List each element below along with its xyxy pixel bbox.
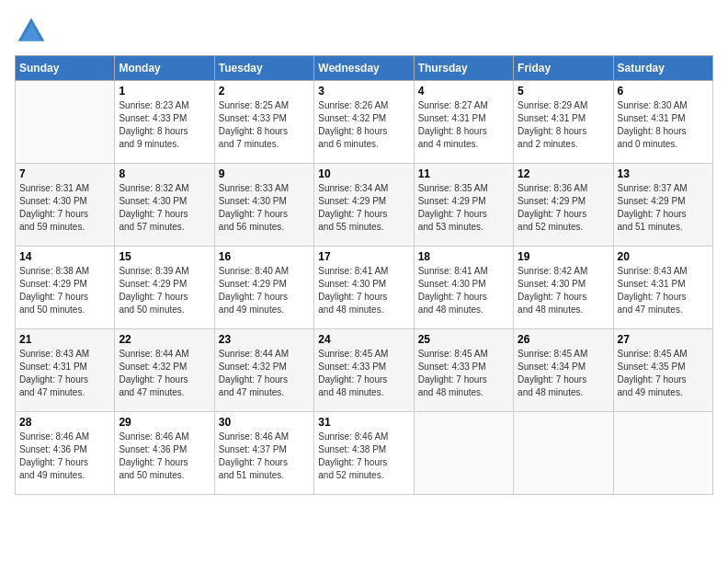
day-number: 21 bbox=[19, 333, 110, 346]
day-number: 17 bbox=[318, 250, 409, 263]
day-cell: 18Sunrise: 8:41 AM Sunset: 4:30 PM Dayli… bbox=[414, 247, 513, 329]
day-cell bbox=[414, 412, 513, 495]
day-info: Sunrise: 8:45 AM Sunset: 4:33 PM Dayligh… bbox=[318, 348, 409, 399]
day-info: Sunrise: 8:30 AM Sunset: 4:31 PM Dayligh… bbox=[618, 99, 709, 151]
day-number: 18 bbox=[418, 250, 509, 263]
day-info: Sunrise: 8:25 AM Sunset: 4:33 PM Dayligh… bbox=[219, 99, 310, 151]
day-cell bbox=[514, 412, 613, 495]
week-row: 28Sunrise: 8:46 AM Sunset: 4:36 PM Dayli… bbox=[16, 412, 713, 495]
day-info: Sunrise: 8:44 AM Sunset: 4:32 PM Dayligh… bbox=[219, 348, 310, 399]
day-info: Sunrise: 8:26 AM Sunset: 4:32 PM Dayligh… bbox=[318, 99, 409, 151]
day-number: 15 bbox=[119, 250, 210, 263]
day-number: 14 bbox=[19, 250, 110, 263]
day-number: 7 bbox=[19, 167, 110, 180]
header-row: SundayMondayTuesdayWednesdayThursdayFrid… bbox=[16, 56, 713, 81]
day-number: 24 bbox=[318, 333, 409, 346]
calendar-table: SundayMondayTuesdayWednesdayThursdayFrid… bbox=[15, 55, 713, 495]
day-number: 28 bbox=[19, 416, 110, 429]
day-info: Sunrise: 8:46 AM Sunset: 4:36 PM Dayligh… bbox=[19, 431, 110, 482]
day-info: Sunrise: 8:42 AM Sunset: 4:30 PM Dayligh… bbox=[518, 265, 609, 316]
day-info: Sunrise: 8:32 AM Sunset: 4:30 PM Dayligh… bbox=[119, 182, 210, 234]
day-cell: 2Sunrise: 8:25 AM Sunset: 4:33 PM Daylig… bbox=[214, 81, 313, 164]
day-info: Sunrise: 8:41 AM Sunset: 4:30 PM Dayligh… bbox=[318, 265, 409, 316]
day-info: Sunrise: 8:43 AM Sunset: 4:31 PM Dayligh… bbox=[618, 265, 709, 316]
day-number: 22 bbox=[119, 333, 210, 346]
day-number: 5 bbox=[518, 85, 609, 98]
day-number: 16 bbox=[219, 250, 310, 263]
day-cell: 13Sunrise: 8:37 AM Sunset: 4:29 PM Dayli… bbox=[613, 164, 712, 247]
day-cell: 19Sunrise: 8:42 AM Sunset: 4:30 PM Dayli… bbox=[514, 247, 613, 329]
day-info: Sunrise: 8:38 AM Sunset: 4:29 PM Dayligh… bbox=[19, 265, 110, 316]
day-number: 3 bbox=[318, 85, 409, 98]
day-info: Sunrise: 8:27 AM Sunset: 4:31 PM Dayligh… bbox=[418, 99, 509, 151]
header-day: Friday bbox=[514, 56, 613, 81]
header-day: Sunday bbox=[16, 56, 115, 81]
day-cell: 3Sunrise: 8:26 AM Sunset: 4:32 PM Daylig… bbox=[314, 81, 414, 164]
day-number: 12 bbox=[518, 167, 609, 180]
day-number: 25 bbox=[418, 333, 509, 346]
header-day: Monday bbox=[115, 56, 214, 81]
day-info: Sunrise: 8:37 AM Sunset: 4:29 PM Dayligh… bbox=[618, 182, 709, 234]
page-header bbox=[15, 15, 713, 48]
week-row: 7Sunrise: 8:31 AM Sunset: 4:30 PM Daylig… bbox=[16, 164, 713, 247]
day-number: 27 bbox=[618, 333, 709, 346]
day-cell bbox=[16, 81, 115, 164]
day-info: Sunrise: 8:43 AM Sunset: 4:31 PM Dayligh… bbox=[19, 348, 110, 399]
day-cell: 5Sunrise: 8:29 AM Sunset: 4:31 PM Daylig… bbox=[514, 81, 613, 164]
day-number: 8 bbox=[119, 167, 210, 180]
day-cell: 8Sunrise: 8:32 AM Sunset: 4:30 PM Daylig… bbox=[115, 164, 214, 247]
day-number: 6 bbox=[618, 85, 709, 98]
week-row: 1Sunrise: 8:23 AM Sunset: 4:33 PM Daylig… bbox=[16, 81, 713, 164]
day-info: Sunrise: 8:36 AM Sunset: 4:29 PM Dayligh… bbox=[518, 182, 609, 234]
day-info: Sunrise: 8:33 AM Sunset: 4:30 PM Dayligh… bbox=[219, 182, 310, 234]
day-cell: 28Sunrise: 8:46 AM Sunset: 4:36 PM Dayli… bbox=[16, 412, 115, 495]
day-cell: 23Sunrise: 8:44 AM Sunset: 4:32 PM Dayli… bbox=[214, 329, 313, 412]
day-number: 11 bbox=[418, 167, 509, 180]
day-info: Sunrise: 8:34 AM Sunset: 4:29 PM Dayligh… bbox=[318, 182, 409, 234]
day-number: 31 bbox=[318, 416, 409, 429]
day-number: 1 bbox=[119, 85, 210, 98]
day-info: Sunrise: 8:31 AM Sunset: 4:30 PM Dayligh… bbox=[19, 182, 110, 234]
day-number: 13 bbox=[618, 167, 709, 180]
day-cell: 1Sunrise: 8:23 AM Sunset: 4:33 PM Daylig… bbox=[115, 81, 214, 164]
day-number: 29 bbox=[119, 416, 210, 429]
day-info: Sunrise: 8:39 AM Sunset: 4:29 PM Dayligh… bbox=[119, 265, 210, 316]
header-day: Thursday bbox=[414, 56, 513, 81]
day-number: 30 bbox=[219, 416, 310, 429]
day-cell: 20Sunrise: 8:43 AM Sunset: 4:31 PM Dayli… bbox=[613, 247, 712, 329]
day-cell: 24Sunrise: 8:45 AM Sunset: 4:33 PM Dayli… bbox=[314, 329, 414, 412]
calendar-body: 1Sunrise: 8:23 AM Sunset: 4:33 PM Daylig… bbox=[16, 81, 713, 495]
day-info: Sunrise: 8:46 AM Sunset: 4:37 PM Dayligh… bbox=[219, 431, 310, 482]
day-cell: 17Sunrise: 8:41 AM Sunset: 4:30 PM Dayli… bbox=[314, 247, 414, 329]
day-info: Sunrise: 8:23 AM Sunset: 4:33 PM Dayligh… bbox=[119, 99, 210, 151]
day-cell: 9Sunrise: 8:33 AM Sunset: 4:30 PM Daylig… bbox=[214, 164, 313, 247]
day-cell: 26Sunrise: 8:45 AM Sunset: 4:34 PM Dayli… bbox=[514, 329, 613, 412]
day-number: 9 bbox=[219, 167, 310, 180]
day-info: Sunrise: 8:45 AM Sunset: 4:35 PM Dayligh… bbox=[618, 348, 709, 399]
day-cell: 12Sunrise: 8:36 AM Sunset: 4:29 PM Dayli… bbox=[514, 164, 613, 247]
day-info: Sunrise: 8:44 AM Sunset: 4:32 PM Dayligh… bbox=[119, 348, 210, 399]
day-info: Sunrise: 8:35 AM Sunset: 4:29 PM Dayligh… bbox=[418, 182, 509, 234]
day-cell: 7Sunrise: 8:31 AM Sunset: 4:30 PM Daylig… bbox=[16, 164, 115, 247]
header-day: Tuesday bbox=[214, 56, 313, 81]
day-info: Sunrise: 8:45 AM Sunset: 4:34 PM Dayligh… bbox=[518, 348, 609, 399]
day-cell: 11Sunrise: 8:35 AM Sunset: 4:29 PM Dayli… bbox=[414, 164, 513, 247]
day-cell: 25Sunrise: 8:45 AM Sunset: 4:33 PM Dayli… bbox=[414, 329, 513, 412]
header-day: Saturday bbox=[613, 56, 712, 81]
day-number: 10 bbox=[318, 167, 409, 180]
day-number: 23 bbox=[219, 333, 310, 346]
week-row: 14Sunrise: 8:38 AM Sunset: 4:29 PM Dayli… bbox=[16, 247, 713, 329]
day-cell: 27Sunrise: 8:45 AM Sunset: 4:35 PM Dayli… bbox=[613, 329, 712, 412]
day-cell: 22Sunrise: 8:44 AM Sunset: 4:32 PM Dayli… bbox=[115, 329, 214, 412]
day-number: 19 bbox=[518, 250, 609, 263]
day-info: Sunrise: 8:45 AM Sunset: 4:33 PM Dayligh… bbox=[418, 348, 509, 399]
day-info: Sunrise: 8:46 AM Sunset: 4:36 PM Dayligh… bbox=[119, 431, 210, 482]
day-cell: 30Sunrise: 8:46 AM Sunset: 4:37 PM Dayli… bbox=[214, 412, 313, 495]
day-info: Sunrise: 8:46 AM Sunset: 4:38 PM Dayligh… bbox=[318, 431, 409, 482]
day-cell: 15Sunrise: 8:39 AM Sunset: 4:29 PM Dayli… bbox=[115, 247, 214, 329]
day-cell: 29Sunrise: 8:46 AM Sunset: 4:36 PM Dayli… bbox=[115, 412, 214, 495]
day-info: Sunrise: 8:40 AM Sunset: 4:29 PM Dayligh… bbox=[219, 265, 310, 316]
day-number: 4 bbox=[418, 85, 509, 98]
calendar-header: SundayMondayTuesdayWednesdayThursdayFrid… bbox=[16, 56, 713, 81]
day-info: Sunrise: 8:41 AM Sunset: 4:30 PM Dayligh… bbox=[418, 265, 509, 316]
